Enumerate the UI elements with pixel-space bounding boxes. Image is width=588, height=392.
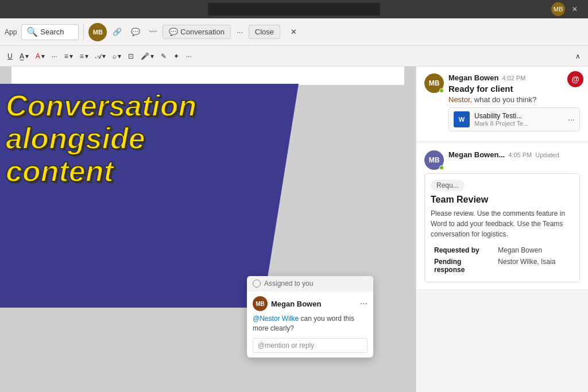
search-icon: 🔍 — [26, 26, 38, 37]
window-close-button[interactable]: ✕ — [562, 0, 588, 18]
message-1-rest: what do you think? — [474, 95, 536, 104]
search-box[interactable]: 🔍 Search — [21, 24, 79, 40]
attachment-project: Mark 8 Project Te... — [474, 120, 563, 127]
chat-icon: 💬 — [169, 28, 178, 36]
message-2-meta: Megan Bowen... 4:05 PM Updated — [448, 150, 580, 159]
chat-message: @Nestor Wilke can you word this more cle… — [253, 314, 368, 333]
review-card-description: Please review. Use the comments feature … — [431, 208, 574, 239]
attachment-card[interactable]: W Usability Testi... Mark 8 Project Te..… — [448, 107, 580, 131]
title-search-bar — [208, 3, 380, 15]
format-more-2-button[interactable]: ··· — [183, 49, 195, 64]
document-area: Conversation alongside content udy? vent… — [0, 67, 416, 392]
pending-response-row: Pending response Nestor Wilke, Isaia — [432, 257, 572, 275]
attachment-filename: Usability Testi... — [474, 112, 563, 120]
close-panel-button[interactable]: Close — [249, 25, 280, 39]
chat-user-row: MB Megan Bowen ··· — [253, 296, 368, 311]
chat-popup-body: MB Megan Bowen ··· @Nestor Wilke can you… — [247, 292, 373, 358]
search-text: Search — [40, 28, 64, 36]
image-button[interactable]: ⊡ — [125, 49, 137, 64]
pen-icon: ✎ — [161, 52, 167, 60]
message-1-time: 4:02 PM — [502, 75, 525, 81]
message-1-meta: Megan Bowen 4:02 PM Ready for client Nes… — [448, 73, 580, 131]
comment-button[interactable]: 💬 — [127, 24, 144, 41]
collapse-toolbar-button[interactable]: ∧ — [572, 49, 583, 64]
message-2-online-dot — [439, 165, 444, 170]
find-button[interactable]: ⌕ ▾ — [110, 49, 124, 64]
more-options-button[interactable]: ··· — [233, 24, 246, 41]
right-conversation-panel: MB Megan Bowen 4:02 PM Ready for client … — [416, 67, 588, 392]
at-mention-icon: @ — [567, 71, 583, 87]
message-1-status: Ready for client — [448, 84, 580, 94]
font-button[interactable]: 𝒜 ▾ — [92, 49, 109, 64]
hero-text-overlay: Conversation alongside content — [6, 90, 196, 188]
align-icon: ≡ — [80, 52, 84, 60]
font-color-button[interactable]: A ▾ — [33, 49, 48, 64]
message-2-avatar: MB — [424, 150, 444, 170]
message-1-name: Megan Bowen — [448, 73, 498, 82]
message-1-wrapper: MB Megan Bowen 4:02 PM Ready for client … — [416, 67, 588, 143]
avatar-toolbar-btn[interactable]: MB — [88, 23, 107, 41]
team-review-card: Requ... Team Review Please review. Use t… — [424, 173, 580, 282]
mic-icon: 🎤 — [141, 52, 149, 60]
find-icon: ⌕ — [113, 52, 117, 60]
chat-popup: Assigned to you MB Megan Bowen ··· @Nest… — [247, 276, 373, 358]
hero-line-3: content — [6, 155, 196, 188]
requested-by-label: Requested by — [432, 245, 494, 255]
font-icon: 𝒜 — [95, 52, 101, 60]
format-toolbar: U A̲ ▾ A ▾ ··· ≡ ▾ ≡ ▾ 𝒜 ▾ ⌕ ▾ ⊡ 🎤 ▾ ✎ ✦… — [0, 46, 588, 67]
review-card-title: Team Review — [431, 195, 574, 205]
app-label: App — [5, 28, 17, 36]
window-x-button[interactable]: ✕ — [287, 24, 300, 41]
chat-mention: @Nestor Wilke — [253, 315, 299, 323]
online-status-dot — [439, 88, 444, 93]
message-1-header: MB Megan Bowen 4:02 PM Ready for client … — [424, 73, 580, 131]
message-2-name: Megan Bowen... — [448, 150, 505, 159]
message-1-avatar: MB — [424, 73, 444, 93]
conversation-label: Conversation — [180, 28, 225, 36]
conversation-button[interactable]: 💬 Conversation — [163, 25, 231, 39]
chat-avatar: MB — [253, 296, 268, 311]
sparkle-button[interactable]: ✦ — [171, 49, 182, 64]
hero-line-1: Conversation — [6, 90, 196, 122]
message-2-header: MB Megan Bowen... 4:05 PM Updated — [424, 150, 580, 170]
message-1-name-row: Megan Bowen 4:02 PM — [448, 73, 580, 82]
pen-button[interactable]: ✎ — [158, 49, 169, 64]
format-more-1-button[interactable]: ··· — [49, 49, 60, 64]
title-bar: MB ✕ — [0, 0, 588, 18]
sparkle-icon: ✦ — [173, 52, 179, 60]
pending-response-value: Nestor Wilke, Isaia — [496, 257, 572, 275]
chat-popup-header: Assigned to you — [247, 276, 373, 292]
underline-button[interactable]: U — [5, 49, 16, 64]
image-icon: ⊡ — [128, 52, 134, 60]
word-doc-icon: W — [454, 111, 470, 127]
message-2: MB Megan Bowen... 4:05 PM Updated Requ..… — [416, 143, 588, 290]
align-button[interactable]: ≡ ▾ — [77, 49, 91, 64]
assigned-label: Assigned to you — [264, 280, 313, 288]
highlight-button[interactable]: A̲ ▾ — [17, 49, 32, 64]
attachment-info: Usability Testi... Mark 8 Project Te... — [474, 112, 563, 127]
attachment-more-button[interactable]: ··· — [568, 115, 575, 124]
chat-username: Megan Bowen — [271, 300, 357, 308]
message-2-time: 4:05 PM — [508, 152, 532, 158]
message-1-mention: Nestor, — [448, 95, 472, 104]
bullets-button[interactable]: ≡ ▾ — [61, 49, 76, 64]
chat-reply-input[interactable]: @mention or reply — [253, 338, 368, 353]
message-2-name-row: Megan Bowen... 4:05 PM Updated — [448, 150, 580, 159]
analytics-button[interactable]: 〰 — [146, 24, 160, 41]
chat-more-button[interactable]: ··· — [360, 298, 368, 309]
font-color-icon: A — [36, 52, 40, 60]
review-card-table: Requested by Megan Bowen Pending respons… — [431, 244, 574, 276]
bullets-icon: ≡ — [64, 52, 68, 60]
pending-response-label: Pending response — [432, 257, 494, 275]
link-button[interactable]: 🔗 — [109, 24, 125, 41]
mic-button[interactable]: 🎤 ▾ — [138, 49, 157, 64]
document-page-header — [11, 67, 404, 85]
toolbar-divider-1 — [83, 24, 84, 40]
assigned-circle-icon — [253, 280, 261, 288]
highlight-icon: A̲ — [20, 52, 24, 60]
main-toolbar: App 🔍 Search MB 🔗 💬 〰 💬 Conversation ···… — [0, 18, 588, 46]
message-2-updated: Updated — [535, 152, 559, 158]
review-req-badge: Requ... — [431, 180, 465, 191]
requested-by-row: Requested by Megan Bowen — [432, 245, 572, 255]
hero-line-2: alongside — [6, 122, 196, 155]
